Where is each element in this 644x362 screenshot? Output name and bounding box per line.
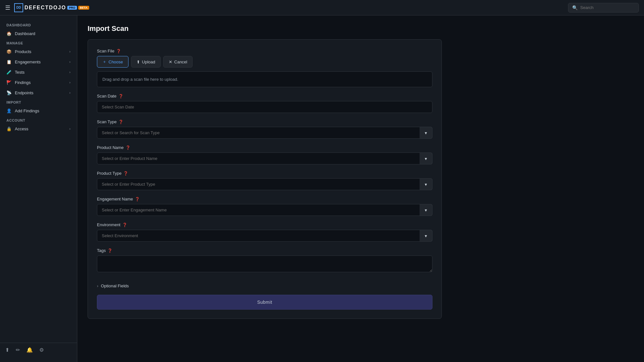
badge-beta: BETA [78, 6, 89, 10]
add-findings-icon: 👤 [6, 108, 12, 113]
scan-date-label: Scan Date ❓ [97, 94, 432, 98]
search-icon: 🔍 [572, 5, 578, 10]
sidebar-section-label-manage: MANAGE [0, 39, 77, 46]
product-type-dropdown-btn[interactable]: ▾ [420, 178, 432, 190]
products-icon: 📦 [6, 49, 12, 54]
drag-drop-area[interactable]: Drag and drop a scan file here to upload… [97, 71, 432, 87]
sidebar-label-endpoints: Endpoints [15, 90, 33, 95]
product-name-dropdown-btn[interactable]: ▾ [420, 153, 432, 164]
sidebar-label-access: Access [15, 126, 28, 131]
optional-fields-toggle[interactable]: › Optional Fields [97, 280, 432, 292]
hamburger-icon[interactable]: ☰ [5, 4, 10, 11]
engagement-name-input[interactable] [97, 204, 432, 216]
engagement-name-help-icon[interactable]: ❓ [135, 197, 140, 201]
edit-icon[interactable]: ✏ [16, 347, 20, 353]
environment-field: Environment ❓ ▾ [97, 222, 432, 242]
scan-type-input[interactable] [97, 127, 432, 139]
logo: DD DEFECTDOJO PRO BETA [14, 3, 89, 12]
engagement-name-field: Engagement Name ❓ ▾ [97, 197, 432, 216]
sidebar-item-products[interactable]: 📦 Products › [0, 46, 77, 57]
upload-icon[interactable]: ⬆ [5, 347, 9, 353]
scan-file-help-icon[interactable]: ❓ [116, 49, 121, 53]
sidebar-bottom: ⬆ ✏ 🔔 ⚙ [0, 343, 77, 357]
environment-select-wrapper: ▾ [97, 230, 432, 242]
findings-icon: 🚩 [6, 80, 12, 85]
tags-input[interactable] [97, 255, 432, 272]
product-type-field: Product Type ❓ ▾ [97, 171, 432, 190]
engagements-icon: 📋 [6, 59, 12, 64]
search-bar[interactable]: 🔍 [568, 3, 639, 13]
product-type-input[interactable] [97, 178, 432, 190]
engagement-name-label: Engagement Name ❓ [97, 197, 432, 201]
endpoints-icon: 📡 [6, 90, 12, 95]
chevron-right-icon: › [97, 283, 98, 288]
chevron-down-icon: › [69, 127, 71, 131]
bell-icon[interactable]: 🔔 [26, 347, 33, 353]
environment-dropdown-btn[interactable]: ▾ [420, 230, 432, 242]
scan-date-help-icon[interactable]: ❓ [118, 94, 123, 98]
topnav: ☰ DD DEFECTDOJO PRO BETA 🔍 [0, 0, 644, 15]
product-name-help-icon[interactable]: ❓ [126, 145, 130, 150]
scan-type-help-icon[interactable]: ❓ [118, 120, 123, 124]
environment-input[interactable] [97, 230, 432, 242]
chevron-down-icon: › [69, 50, 71, 53]
logo-text: DEFECTDOJO [24, 5, 66, 11]
sidebar-label-products: Products [15, 49, 31, 54]
sidebar-section-label-dashboard: DASHBOARD [0, 21, 77, 28]
main-content: Import Scan Scan File ❓ ＋ Choose ⬆ Uploa… [77, 15, 644, 362]
product-name-label: Product Name ❓ [97, 145, 432, 150]
chevron-down-icon: › [69, 91, 71, 95]
sidebar-section-import: IMPORT 👤 Add Findings [0, 98, 77, 116]
search-input[interactable] [580, 5, 635, 10]
chevron-down-icon: › [69, 80, 71, 84]
sidebar-item-add-findings[interactable]: 👤 Add Findings [0, 106, 77, 116]
tags-label: Tags ❓ [97, 248, 432, 253]
sidebar-label-tests: Tests [15, 70, 24, 75]
upload-button[interactable]: ⬆ Upload [131, 56, 161, 68]
product-type-select-wrapper: ▾ [97, 178, 432, 190]
sidebar-label-findings: Findings [15, 80, 31, 85]
upload-arrow-icon: ⬆ [137, 60, 140, 64]
lock-icon: 🔒 [6, 126, 12, 131]
scan-type-field: Scan Type ❓ ▾ [97, 119, 432, 139]
tags-help-icon[interactable]: ❓ [108, 248, 112, 253]
scan-date-input[interactable] [97, 101, 432, 113]
environment-help-icon[interactable]: ❓ [122, 223, 127, 227]
sidebar-section-dashboard: DASHBOARD 🏠 Dashboard [0, 21, 77, 39]
sidebar-item-tests[interactable]: 🧪 Tests › [0, 67, 77, 77]
sidebar-item-access[interactable]: 🔒 Access › [0, 124, 77, 134]
sidebar-section-label-import: IMPORT [0, 98, 77, 106]
file-upload-row: ＋ Choose ⬆ Upload ✕ Cancel [97, 56, 432, 68]
sidebar-item-endpoints[interactable]: 📡 Endpoints › [0, 88, 77, 98]
product-name-field: Product Name ❓ ▾ [97, 145, 432, 164]
topnav-left: ☰ DD DEFECTDOJO PRO BETA [5, 3, 89, 12]
environment-label: Environment ❓ [97, 222, 432, 227]
scan-type-select-wrapper: ▾ [97, 127, 432, 139]
sidebar-item-engagements[interactable]: 📋 Engagements › [0, 57, 77, 67]
page-title: Import Scan [88, 24, 634, 33]
scan-type-label: Scan Type ❓ [97, 119, 432, 124]
gear-icon[interactable]: ⚙ [39, 347, 44, 353]
submit-button[interactable]: Submit [97, 295, 432, 310]
scan-type-dropdown-btn[interactable]: ▾ [420, 127, 432, 139]
tags-field: Tags ❓ [97, 248, 432, 273]
sidebar-section-label-account: ACCOUNT [0, 116, 77, 124]
import-scan-form: Scan File ❓ ＋ Choose ⬆ Upload ✕ Cancel D… [88, 39, 442, 319]
sidebar-item-findings[interactable]: 🚩 Findings › [0, 77, 77, 88]
sidebar-section-manage: MANAGE 📦 Products › 📋 Engagements › 🧪 Te… [0, 39, 77, 98]
sidebar-section-account: ACCOUNT 🔒 Access › [0, 116, 77, 134]
sidebar-item-dashboard[interactable]: 🏠 Dashboard [0, 28, 77, 39]
chevron-down-icon: › [69, 60, 71, 64]
chevron-down-icon: › [69, 70, 71, 74]
sidebar-label-add-findings: Add Findings [15, 108, 39, 113]
product-type-help-icon[interactable]: ❓ [123, 171, 128, 176]
home-icon: 🏠 [6, 31, 12, 36]
product-name-input[interactable] [97, 153, 432, 164]
cancel-button[interactable]: ✕ Cancel [163, 56, 193, 68]
choose-button[interactable]: ＋ Choose [97, 56, 128, 68]
logo-icon: DD [14, 3, 23, 12]
engagement-name-dropdown-btn[interactable]: ▾ [420, 204, 432, 216]
scan-date-field: Scan Date ❓ [97, 94, 432, 113]
sidebar-label-dashboard: Dashboard [15, 31, 35, 36]
x-icon: ✕ [169, 60, 172, 64]
